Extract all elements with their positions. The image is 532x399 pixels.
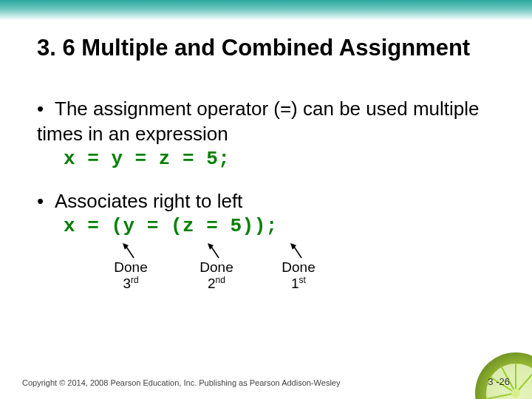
bullet-2-text: Associates right to left (55, 190, 242, 212)
page-number: 3 -26 (488, 376, 510, 387)
svg-point-13 (511, 389, 520, 398)
slide-body: •The assignment operator (=) can be used… (0, 63, 532, 300)
bullet-2-code: x = (y = (z = 5)); (37, 214, 495, 239)
bullet-2: •Associates right to left x = (y = (z = … (37, 188, 495, 300)
copyright-footer: Copyright © 2014, 2008 Pearson Education… (22, 378, 340, 387)
arrow-icon (120, 243, 143, 261)
bullet-marker: • (37, 188, 55, 214)
slide-title: 3. 6 Multiple and Combined Assignment (0, 21, 532, 63)
bullet-1-text: The assignment operator (=) can be used … (37, 98, 479, 145)
done-label-2nd: Done 2nd (191, 259, 242, 292)
bullet-marker: • (37, 96, 55, 121)
arrow-icon (205, 243, 228, 261)
bullet-1: •The assignment operator (=) can be used… (37, 96, 495, 172)
lime-decoration (464, 347, 532, 399)
header-gradient (0, 0, 532, 21)
arrow-icon (288, 243, 310, 261)
done-annotations: Done 3rd Done 2nd Done 1st (37, 240, 495, 299)
done-label-1st: Done 1st (273, 259, 324, 292)
bullet-1-code: x = y = z = 5; (37, 146, 495, 171)
done-label-3rd: Done 3rd (105, 259, 157, 292)
